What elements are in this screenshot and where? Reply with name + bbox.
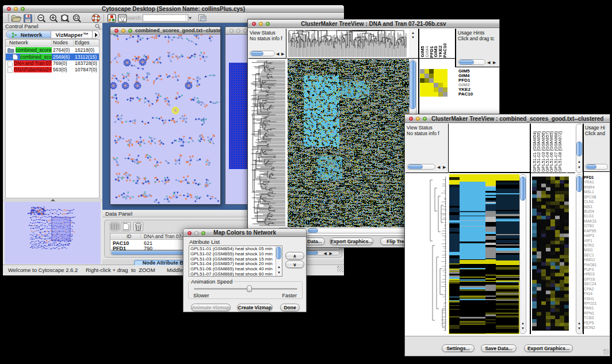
svg-text:Search:: Search: — [125, 16, 142, 21]
